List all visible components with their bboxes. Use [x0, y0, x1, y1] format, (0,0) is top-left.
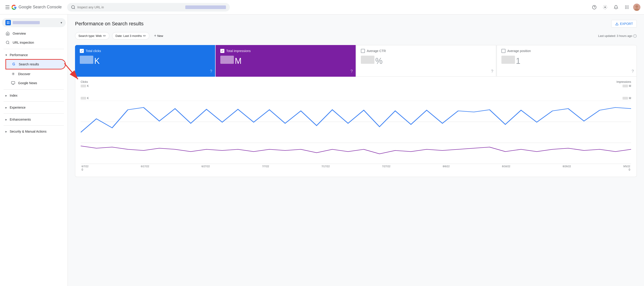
chart-wrapper — [81, 101, 631, 164]
x-label-0: 6/7/22 — [82, 165, 88, 168]
sidebar-label-url-inspection: URL inspection — [13, 41, 34, 44]
chevron-down-icon: ▾ — [6, 53, 7, 57]
date-filter[interactable]: Date: Last 3 months ✏ — [112, 32, 149, 40]
sidebar-section-label-enhancements: Enhancements — [10, 118, 31, 121]
svg-rect-17 — [7, 22, 8, 22]
sidebar-section-label-performance: Performance — [10, 53, 28, 57]
svg-rect-23 — [12, 81, 15, 84]
divider-3 — [4, 101, 64, 102]
x-label-9: 9/5/22 — [623, 165, 630, 168]
svg-point-6 — [626, 6, 627, 6]
metric-header-impressions: Total impressions — [220, 49, 351, 53]
svg-point-0 — [72, 6, 74, 8]
metric-label-clicks: Total clicks — [86, 49, 101, 53]
avatar[interactable] — [633, 4, 640, 11]
x-label-4: 7/17/22 — [321, 165, 330, 168]
metric-checkbox-clicks[interactable] — [80, 49, 84, 53]
last-updated-text: Last updated: 3 hours ago — [598, 34, 632, 38]
metric-checkbox-ctr[interactable] — [361, 49, 365, 53]
metric-checkbox-impressions[interactable] — [220, 49, 224, 53]
sidebar-nav: Overview URL inspection ▾ Performance G … — [0, 29, 68, 135]
property-name — [13, 21, 40, 24]
sidebar-section-label-index: Index — [10, 94, 18, 97]
page-header: Performance on Search results EXPORT — [75, 20, 637, 28]
metric-help-impressions[interactable]: ? — [350, 69, 353, 74]
sidebar: ▾ Overview URL inspection ▾ Performance — [0, 15, 68, 286]
sidebar-label-search-results: Search results — [19, 62, 39, 66]
google-logo-icon — [11, 5, 17, 10]
sidebar-item-google-news[interactable]: Google News — [6, 79, 66, 88]
sidebar-item-discover[interactable]: ✳ Discover — [6, 69, 66, 79]
clicks-value-blur — [80, 56, 93, 64]
export-button[interactable]: EXPORT — [611, 20, 637, 28]
position-value-blur — [502, 56, 515, 64]
svg-rect-20 — [8, 23, 9, 24]
metric-card-total-clicks[interactable]: Total clicks K ? — [75, 45, 215, 77]
sidebar-section-performance[interactable]: ▾ Performance — [0, 51, 68, 59]
url-input[interactable] — [77, 6, 184, 9]
svg-point-7 — [628, 6, 628, 6]
app-title: Google Search Console — [18, 5, 62, 10]
metric-help-position[interactable]: ? — [632, 69, 634, 74]
svg-line-1 — [74, 8, 75, 9]
svg-point-4 — [605, 7, 606, 8]
chevron-right-icon: ▸ — [6, 94, 7, 97]
notifications-button[interactable] — [612, 3, 620, 12]
chevron-right-icon-4: ▸ — [6, 130, 7, 133]
sidebar-item-overview[interactable]: Overview — [0, 29, 66, 38]
new-filter-button[interactable]: + New — [152, 32, 165, 40]
sidebar-section-security[interactable]: ▸ Security & Manual Actions — [0, 127, 68, 135]
property-selector[interactable]: ▾ — [2, 18, 66, 27]
ctr-value-blur — [361, 56, 374, 64]
help-button[interactable] — [590, 3, 599, 12]
svg-point-11 — [625, 8, 626, 9]
x-label-5: 7/27/22 — [382, 165, 390, 168]
apps-button[interactable] — [622, 3, 631, 12]
metrics-row: Total clicks K ? Total impressions — [75, 45, 637, 77]
impressions-suffix: M — [235, 56, 242, 66]
settings-button[interactable] — [600, 3, 610, 12]
info-icon — [633, 34, 637, 38]
new-filter-label: New — [157, 34, 163, 38]
clicks-suffix: K — [94, 56, 100, 66]
property-icon — [6, 20, 11, 25]
metric-checkbox-position[interactable] — [502, 49, 506, 53]
metric-label-impressions: Total impressions — [226, 49, 250, 53]
download-icon — [615, 22, 619, 26]
url-inspection-icon — [6, 40, 10, 45]
metric-value-position: 1 — [502, 56, 632, 66]
metric-help-clicks[interactable]: ? — [210, 69, 212, 74]
x-label-3: 7/7/22 — [262, 165, 269, 168]
sidebar-section-index[interactable]: ▸ Index — [0, 91, 68, 100]
url-search-bar[interactable] — [67, 3, 230, 12]
svg-rect-18 — [8, 22, 9, 22]
sidebar-item-url-inspection[interactable]: URL inspection — [0, 38, 66, 47]
metric-card-avg-position[interactable]: Average position 1 ? — [497, 45, 637, 77]
x-label-2: 6/27/22 — [202, 165, 210, 168]
svg-point-8 — [625, 7, 626, 8]
x-label-1: 6/17/22 — [141, 165, 149, 168]
metric-card-total-impressions[interactable]: Total impressions M ? — [216, 45, 356, 77]
metric-value-clicks: K — [80, 56, 210, 66]
svg-point-10 — [628, 7, 628, 8]
svg-line-22 — [8, 43, 9, 44]
search-type-filter[interactable]: Search type: Web ✏ — [75, 32, 109, 40]
divider-2 — [4, 89, 64, 90]
header-actions — [590, 3, 640, 12]
sidebar-item-search-results[interactable]: G Search results — [6, 59, 66, 69]
metric-header-ctr: Average CTR — [361, 49, 492, 53]
sidebar-section-enhancements[interactable]: ▸ Enhancements — [0, 115, 68, 123]
sidebar-label-google-news: Google News — [18, 81, 37, 85]
y-zero-left: 0 — [82, 168, 83, 171]
metric-help-ctr[interactable]: ? — [491, 69, 493, 74]
metric-card-avg-ctr[interactable]: Average CTR % ? — [356, 45, 496, 77]
page-layout: ▾ Overview URL inspection ▾ Performance — [0, 15, 644, 286]
last-updated: Last updated: 3 hours ago — [598, 34, 637, 38]
svg-point-9 — [626, 7, 627, 8]
sidebar-section-experience[interactable]: ▸ Experience — [0, 103, 68, 111]
search-icon — [71, 5, 76, 10]
sidebar-section-label-security: Security & Manual Actions — [10, 130, 46, 133]
zero-labels: 0 0 — [81, 168, 631, 171]
impressions-value-blur — [220, 56, 234, 64]
menu-button[interactable] — [4, 4, 11, 11]
